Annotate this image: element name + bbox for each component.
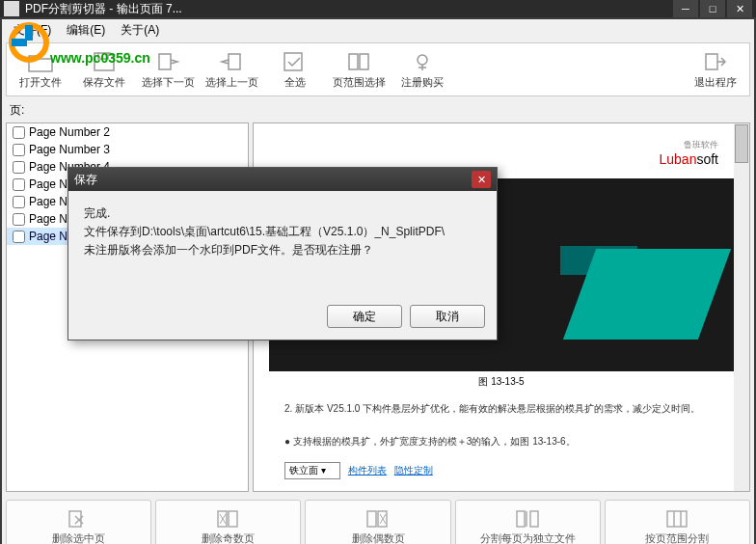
- dialog-line1: 完成.: [84, 204, 481, 223]
- dialog-close-button[interactable]: ✕: [472, 171, 491, 188]
- close-button[interactable]: ✕: [727, 0, 752, 17]
- dialog-cancel-button[interactable]: 取消: [410, 305, 485, 328]
- window-controls: ─ □ ✕: [673, 0, 752, 17]
- dialog-body: 完成. 文件保存到D:\tools\桌面\artcut6\15.基础工程（V25…: [68, 191, 497, 297]
- app-window: PDF分割剪切器 - 输出页面 7... ─ □ ✕ www.pc0359.cn…: [0, 0, 756, 544]
- dialog-footer: 确定 取消: [68, 297, 497, 340]
- dialog-line2: 文件保存到D:\tools\桌面\artcut6\15.基础工程（V25.1.0…: [84, 223, 481, 241]
- save-dialog: 保存 ✕ 完成. 文件保存到D:\tools\桌面\artcut6\15.基础工…: [68, 167, 498, 340]
- dialog-ok-button[interactable]: 确定: [327, 305, 402, 328]
- app-icon: [4, 1, 19, 16]
- content-area: www.pc0359.cn 文件(F) 编辑(E) 关于(A) 打开文件 保存文…: [2, 19, 754, 544]
- dialog-titlebar: 保存 ✕: [68, 168, 497, 191]
- titlebar: PDF分割剪切器 - 输出页面 7... ─ □ ✕: [0, 0, 756, 17]
- maximize-button[interactable]: □: [700, 0, 725, 17]
- dialog-title: 保存: [74, 172, 472, 188]
- titlebar-text: PDF分割剪切器 - 输出页面 7...: [25, 1, 673, 17]
- minimize-button[interactable]: ─: [673, 0, 698, 17]
- dialog-line3: 未注册版将会添加一个水印到PDF文件。是否现在注册？: [84, 241, 481, 259]
- modal-overlay: 保存 ✕ 完成. 文件保存到D:\tools\桌面\artcut6\15.基础工…: [2, 19, 754, 544]
